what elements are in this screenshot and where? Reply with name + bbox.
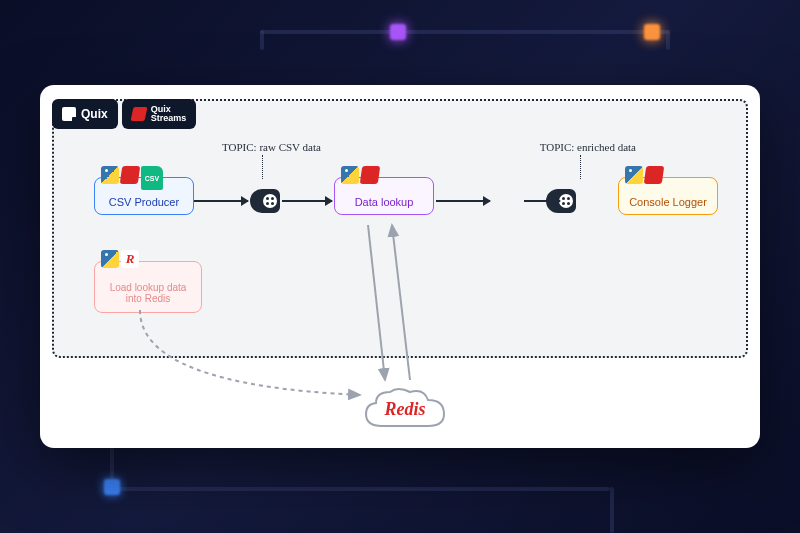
quix-streams-badge: Quix Streams (122, 99, 197, 129)
decor-line (260, 30, 670, 34)
decor-line (260, 30, 264, 50)
quix-streams-icon (130, 107, 147, 121)
python-icon (625, 166, 643, 184)
node-icons (341, 166, 379, 184)
node-label: Console Logger (629, 196, 707, 208)
python-icon (101, 166, 119, 184)
decor-dot-orange (644, 24, 660, 40)
quix-streams-icon (360, 166, 381, 184)
decor-line (610, 487, 614, 533)
quix-streams-icon (644, 166, 665, 184)
node-label: CSV Producer (109, 196, 179, 208)
decor-line (110, 487, 610, 491)
quix-label: Quix (81, 108, 108, 120)
node-label: Load lookup data (110, 282, 187, 293)
flow-arrow (524, 200, 560, 202)
node-label: into Redis (126, 293, 170, 304)
topic-pointer (580, 155, 581, 179)
decor-dot-blue (104, 479, 120, 495)
kafka-topic-icon (250, 189, 280, 213)
node-label: Data lookup (355, 196, 414, 208)
flow-arrow (282, 200, 332, 202)
node-icons: CSV (101, 166, 163, 190)
decor-dot-purple (390, 24, 406, 40)
console-logger-node: Console Logger (618, 177, 718, 215)
csv-producer-node: CSV CSV Producer (94, 177, 194, 215)
csv-file-icon: CSV (141, 166, 163, 190)
quix-icon (62, 107, 76, 121)
redis-icon: R (121, 250, 139, 268)
node-icons (625, 166, 663, 184)
pipeline-container: Quix Quix Streams TOPIC: raw CSV data TO… (52, 99, 748, 358)
diagram-card: Quix Quix Streams TOPIC: raw CSV data TO… (40, 85, 760, 448)
redis-label: Redis (384, 399, 425, 420)
topic-pointer (262, 155, 263, 179)
load-redis-node: R Load lookup data into Redis (94, 261, 202, 313)
quix-streams-icon (120, 166, 141, 184)
badge-row: Quix Quix Streams (52, 99, 196, 129)
flow-arrow (194, 200, 248, 202)
flow-arrow (436, 200, 490, 202)
python-icon (101, 250, 119, 268)
redis-cloud: Redis (360, 384, 450, 434)
topic-enriched-label: TOPIC: enriched data (540, 141, 636, 179)
python-icon (341, 166, 359, 184)
data-lookup-node: Data lookup (334, 177, 434, 215)
topic-raw-label: TOPIC: raw CSV data (222, 141, 321, 179)
decor-line (666, 30, 670, 50)
quix-streams-label: Quix Streams (151, 105, 187, 123)
quix-badge: Quix (52, 99, 118, 129)
node-icons: R (101, 250, 139, 268)
